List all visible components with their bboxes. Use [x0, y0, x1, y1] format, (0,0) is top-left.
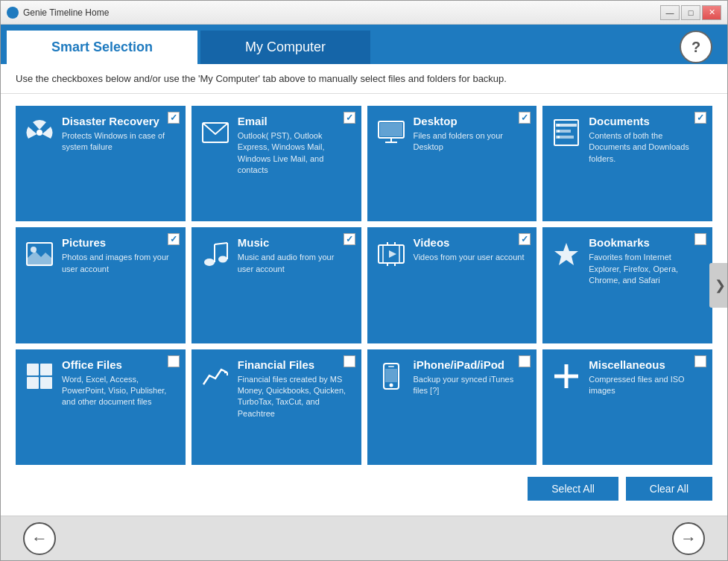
app-icon — [7, 7, 19, 19]
bookmarks-desc: Favorites from Internet Explorer, Firefo… — [589, 252, 703, 286]
disaster-recovery-checkbox[interactable] — [168, 112, 180, 124]
cell-miscellaneous-text: Miscellaneous Compressed files and ISO i… — [589, 358, 703, 397]
pictures-checkbox[interactable] — [168, 233, 180, 245]
financial-files-title: Financial Files — [238, 358, 352, 371]
svg-point-15 — [204, 259, 215, 266]
grid-row-3: Office Files Word, Excel, Access, PowerP… — [16, 349, 712, 465]
window-controls: — □ ✕ — [660, 5, 721, 20]
radiation-icon — [25, 118, 54, 148]
cell-miscellaneous[interactable]: Miscellaneous Compressed files and ISO i… — [542, 349, 712, 465]
grid-row-1: Disaster Recovery Protects Windows in ca… — [16, 106, 712, 221]
videos-title: Videos — [414, 236, 528, 249]
next-page-arrow[interactable]: ❯ — [709, 263, 727, 308]
svg-rect-37 — [388, 366, 394, 367]
grid-area: Disaster Recovery Protects Windows in ca… — [1, 94, 727, 516]
cell-iphone[interactable]: iPhone/iPad/iPod Backup your synced iTun… — [367, 349, 537, 465]
cell-bookmarks[interactable]: Bookmarks Favorites from Internet Explor… — [542, 227, 712, 343]
tab-smart-selection[interactable]: Smart Selection — [7, 31, 197, 64]
bottom-bar: ← → — [1, 516, 727, 560]
svg-rect-38 — [385, 369, 397, 382]
back-button[interactable]: ← — [23, 522, 56, 555]
financial-files-desc: Financial files created by MS Money, Qui… — [238, 374, 352, 420]
svg-point-16 — [218, 256, 227, 263]
grid-wrapper: Disaster Recovery Protects Windows in ca… — [16, 106, 712, 465]
music-checkbox[interactable] — [344, 233, 355, 245]
description-text: Use the checkboxes below and/or use the … — [1, 64, 727, 94]
desktop-checkbox[interactable] — [519, 112, 531, 124]
iphone-icon — [376, 361, 406, 391]
button-row: Select All Clear All — [16, 471, 712, 504]
tab-bar: Smart Selection My Computer ? — [1, 25, 727, 64]
cell-disaster-recovery-text: Disaster Recovery Protects Windows in ca… — [62, 115, 177, 153]
office-files-checkbox[interactable] — [168, 355, 180, 367]
cell-financial-files-text: Financial Files Financial files created … — [238, 358, 352, 420]
main-content: Smart Selection My Computer ? Use the ch… — [1, 25, 727, 516]
cell-office-files[interactable]: Office Files Word, Excel, Access, PowerP… — [16, 349, 186, 465]
svg-marker-28 — [554, 243, 578, 265]
miscellaneous-icon — [551, 361, 581, 391]
cell-iphone-text: iPhone/iPad/iPod Backup your synced iTun… — [414, 358, 528, 397]
svg-point-14 — [31, 247, 37, 253]
forward-arrow-icon: → — [680, 529, 697, 548]
window-title: Genie Timeline Home — [23, 7, 660, 18]
miscellaneous-checkbox[interactable] — [694, 355, 706, 367]
close-button[interactable]: ✕ — [702, 5, 721, 20]
select-all-button[interactable]: Select All — [528, 477, 618, 501]
financial-files-icon — [200, 361, 230, 391]
tab-my-computer[interactable]: My Computer — [200, 31, 370, 64]
email-icon — [200, 118, 230, 148]
financial-files-checkbox[interactable] — [344, 355, 355, 367]
cell-music-text: Music Music and audio from your user acc… — [238, 236, 352, 275]
app-window: Genie Timeline Home — □ ✕ Smart Selectio… — [0, 0, 728, 561]
miscellaneous-desc: Compressed files and ISO images — [589, 374, 703, 397]
disaster-recovery-desc: Protects Windows in case of system failu… — [62, 130, 177, 153]
music-icon — [200, 239, 230, 269]
email-checkbox[interactable] — [344, 112, 355, 124]
desktop-icon — [376, 118, 406, 148]
cell-desktop[interactable]: Desktop Files and folders on your Deskto… — [367, 106, 537, 221]
help-button[interactable]: ? — [680, 31, 712, 63]
pictures-icon — [25, 239, 54, 269]
cell-documents[interactable]: Documents Contents of both the Documents… — [542, 106, 712, 221]
svg-rect-5 — [380, 123, 402, 136]
music-title: Music — [238, 236, 352, 249]
miscellaneous-title: Miscellaneous — [589, 358, 703, 371]
cell-music[interactable]: Music Music and audio from your user acc… — [192, 227, 361, 343]
documents-checkbox[interactable] — [694, 112, 706, 124]
bookmarks-icon — [551, 239, 581, 269]
videos-checkbox[interactable] — [519, 233, 531, 245]
cell-pictures[interactable]: Pictures Photos and images from your use… — [16, 227, 186, 343]
videos-icon — [376, 239, 406, 269]
office-files-icon — [25, 361, 54, 391]
svg-point-36 — [389, 383, 393, 387]
cell-disaster-recovery[interactable]: Disaster Recovery Protects Windows in ca… — [16, 106, 186, 221]
clear-all-button[interactable]: Clear All — [626, 477, 712, 501]
documents-desc: Contents of both the Documents and Downl… — [589, 130, 703, 165]
desktop-title: Desktop — [414, 115, 528, 127]
email-title: Email — [238, 115, 352, 127]
minimize-button[interactable]: — — [660, 5, 680, 20]
desktop-desc: Files and folders on your Desktop — [414, 130, 528, 153]
maximize-button[interactable]: □ — [681, 5, 700, 20]
bookmarks-checkbox[interactable] — [694, 233, 706, 245]
cell-videos-text: Videos Videos from your user account — [414, 236, 528, 263]
svg-rect-32 — [40, 377, 52, 389]
iphone-checkbox[interactable] — [519, 355, 531, 367]
svg-rect-31 — [27, 377, 39, 389]
documents-title: Documents — [589, 115, 703, 127]
forward-button[interactable]: → — [672, 522, 705, 555]
videos-desc: Videos from your user account — [414, 252, 528, 263]
cell-videos[interactable]: Videos Videos from your user account — [367, 227, 537, 343]
cell-email[interactable]: Email Outlook( PST), Outlook Express, Wi… — [192, 106, 361, 221]
disaster-recovery-title: Disaster Recovery — [62, 115, 177, 127]
svg-rect-30 — [40, 364, 52, 375]
office-files-desc: Word, Excel, Access, PowerPoint, Visio, … — [62, 374, 177, 408]
cell-bookmarks-text: Bookmarks Favorites from Internet Explor… — [589, 236, 703, 286]
cell-documents-text: Documents Contents of both the Documents… — [589, 115, 703, 165]
title-bar: Genie Timeline Home — □ ✕ — [1, 1, 727, 25]
cell-email-text: Email Outlook( PST), Outlook Express, Wi… — [238, 115, 352, 177]
iphone-title: iPhone/iPad/iPod — [414, 358, 528, 371]
office-files-title: Office Files — [62, 358, 177, 371]
cell-pictures-text: Pictures Photos and images from your use… — [62, 236, 177, 275]
cell-financial-files[interactable]: Financial Files Financial files created … — [192, 349, 361, 465]
